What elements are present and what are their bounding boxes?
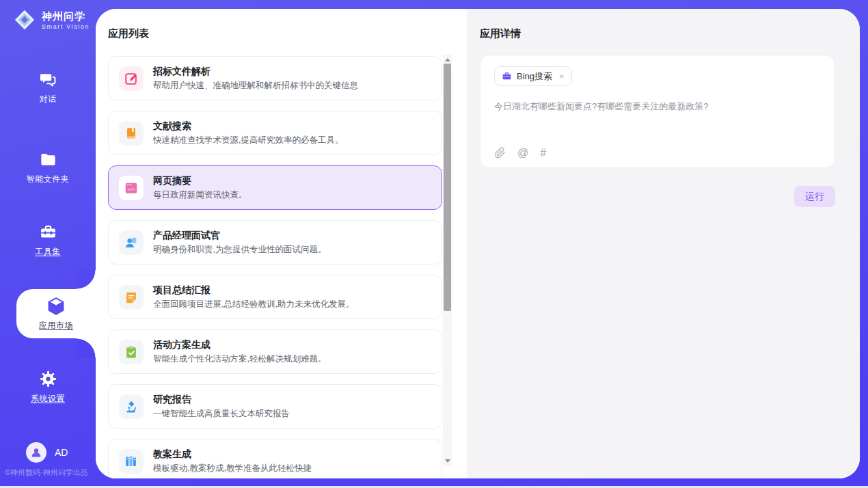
- app-card[interactable]: 文献搜索 快速精准查找学术资源,提高研究效率的必备工具。: [108, 111, 442, 155]
- app-card-desc: 明确身份和职责,为您提供专业性的面试问题。: [153, 244, 326, 256]
- cube-icon: [46, 296, 66, 316]
- app-card-title: 研究报告: [153, 394, 290, 405]
- app-card-desc: 模板驱动,教案秒成,教学准备从此轻松快捷: [153, 463, 312, 474]
- app-list-panel: 应用列表 招标文件解析 帮助用户快速、准确地理解和解析招标书中的关键信息: [96, 9, 467, 478]
- app-card-selected[interactable]: </> 网页摘要 每日政府新闻资讯快查。: [108, 165, 442, 210]
- app-card[interactable]: 项目总结汇报 全面回顾项目进展,总结经验教训,助力未来优化发展。: [108, 275, 442, 319]
- briefcase-icon: [502, 71, 512, 81]
- app-card-title: 文献搜索: [153, 120, 343, 132]
- app-card-title: 活动方案生成: [153, 339, 326, 351]
- prompt-text[interactable]: 今日湖北有哪些新闻要点?有哪些需要关注的最新政策?: [494, 100, 821, 113]
- app-card-desc: 帮助用户快速、准确地理解和解析招标书中的关键信息: [153, 80, 358, 92]
- app-list: 招标文件解析 帮助用户快速、准确地理解和解析招标书中的关键信息 文献搜索: [108, 56, 442, 478]
- app-card-desc: 智能生成个性化活动方案,轻松解决规划难题。: [153, 353, 326, 365]
- scrollbar-thumb[interactable]: [444, 64, 451, 311]
- sidebar: 神州问学 Smart Vision 对话 智能文件夹: [0, 0, 96, 488]
- note-icon: [119, 285, 144, 310]
- prompt-card: Bing搜索 × 今日湖北有哪些新闻要点?有哪些需要关注的最新政策? @ #: [480, 55, 835, 168]
- mention-icon[interactable]: @: [517, 148, 528, 159]
- folder-icon: [39, 150, 57, 169]
- sidebar-item-chat[interactable]: 对话: [0, 71, 96, 105]
- user-name: AD: [55, 447, 68, 458]
- app-card[interactable]: 活动方案生成 智能生成个性化活动方案,轻松解决规划难题。: [108, 329, 442, 374]
- scrollbar[interactable]: [443, 55, 452, 465]
- app-card-desc: 快速精准查找学术资源,提高研究效率的必备工具。: [153, 135, 343, 146]
- app-window: 神州问学 Smart Vision 对话 智能文件夹: [0, 0, 868, 488]
- prompt-toolbar: @ #: [494, 147, 546, 159]
- brand-subtitle: Smart Vision: [42, 23, 90, 30]
- run-row: 运行: [480, 186, 835, 207]
- webpage-code-icon: </>: [119, 176, 144, 200]
- app-card-title: 教案生成: [153, 448, 312, 460]
- main-content: 应用列表 招标文件解析 帮助用户快速、准确地理解和解析招标书中的关键信息: [96, 9, 860, 478]
- run-button[interactable]: 运行: [794, 186, 835, 207]
- microscope-icon: [119, 394, 144, 419]
- app-card-title: 招标文件解析: [153, 66, 358, 77]
- avatar: [26, 442, 46, 463]
- app-list-title: 应用列表: [108, 27, 149, 40]
- gear-icon: [39, 370, 57, 388]
- app-card-desc: 全面回顾项目进展,总结经验教训,助力未来优化发展。: [153, 299, 354, 310]
- hash-icon[interactable]: #: [540, 148, 546, 159]
- tool-tag-bing-search[interactable]: Bing搜索 ×: [494, 66, 572, 86]
- toolbox-icon: [39, 223, 57, 241]
- app-card-title: 产品经理面试官: [153, 230, 326, 241]
- books-icon: [119, 449, 144, 474]
- app-card[interactable]: 研究报告 一键智能生成高质量长文本研究报告: [108, 384, 442, 429]
- app-card-title: 网页摘要: [153, 175, 247, 187]
- diamond-logo-icon: [13, 8, 36, 31]
- sidebar-item-app-market[interactable]: 应用市场: [16, 289, 96, 338]
- book-icon: [119, 121, 144, 146]
- sidebar-item-toolset[interactable]: 工具集: [0, 223, 96, 258]
- app-card-desc: 每日政府新闻资讯快查。: [153, 189, 247, 201]
- edit-document-icon: [119, 66, 144, 91]
- chat-icon: [38, 71, 57, 89]
- brand-logo: 神州问学 Smart Vision: [13, 8, 90, 31]
- paperclip-icon[interactable]: [494, 147, 506, 159]
- interviewer-icon: [119, 230, 144, 255]
- clipboard-check-icon: [119, 340, 144, 364]
- sidebar-item-settings[interactable]: 系统设置: [0, 370, 96, 405]
- app-card-title: 项目总结汇报: [153, 284, 354, 296]
- app-card-desc: 一键智能生成高质量长文本研究报告: [153, 408, 290, 420]
- scroll-down-icon[interactable]: [443, 457, 452, 465]
- scroll-up-icon[interactable]: [443, 55, 452, 64]
- remove-tool-icon[interactable]: ×: [559, 72, 565, 81]
- sidebar-item-smart-folder[interactable]: 智能文件夹: [0, 150, 96, 185]
- brand-name: 神州问学: [42, 10, 90, 23]
- user-avatar-icon: [30, 446, 42, 459]
- app-card[interactable]: 教案生成 模板驱动,教案秒成,教学准备从此轻松快捷: [108, 439, 442, 478]
- user-profile[interactable]: AD: [26, 442, 68, 463]
- app-detail-panel: 应用详情 Bing搜索 × 今日湖北有哪些新闻要点?有哪些需要关注的最新政策?: [467, 9, 860, 478]
- app-detail-title: 应用详情: [480, 27, 835, 40]
- app-card[interactable]: 招标文件解析 帮助用户快速、准确地理解和解析招标书中的关键信息: [108, 56, 442, 100]
- tool-tag-label: Bing搜索: [517, 70, 552, 82]
- svg-text:</>: </>: [128, 187, 135, 191]
- copyright: ©神州数码·神州问学出品: [5, 467, 88, 478]
- app-card[interactable]: 产品经理面试官 明确身份和职责,为您提供专业性的面试问题。: [108, 220, 442, 265]
